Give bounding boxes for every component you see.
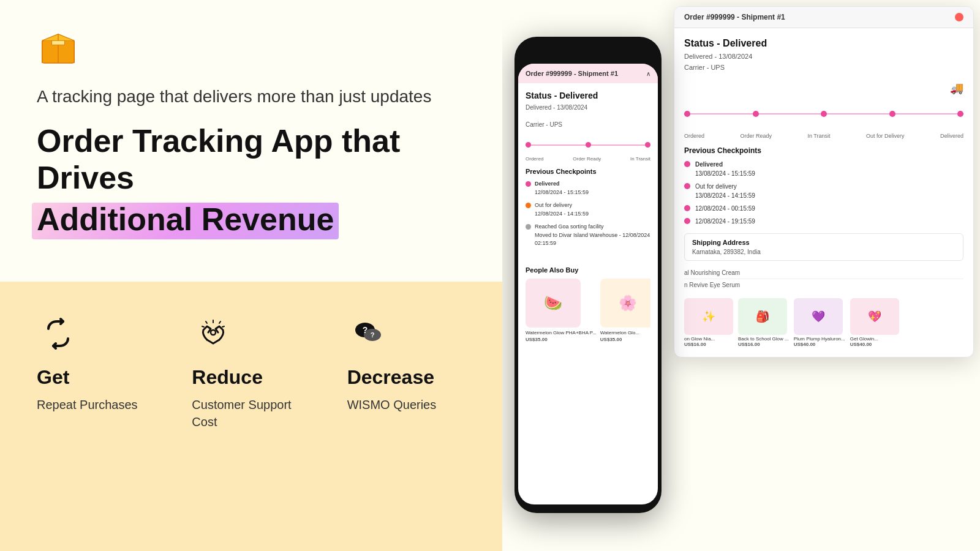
- checkpoint-item-3: 12/08/2024 - 00:15:59: [684, 204, 963, 213]
- bottom-section: Get Repeat Purchases: [0, 282, 502, 551]
- tracking-line: [684, 105, 963, 123]
- pab-grid: 🍉 Watermelon Glow PHA+BHA P... US$35.00 …: [526, 279, 650, 342]
- headline-line2: Additional Revenue: [37, 201, 334, 237]
- mobile-screenshot: Order #999999 - Shipment #1 ∧ Status - D…: [514, 37, 662, 513]
- pab-img-1: 🍉: [526, 279, 581, 328]
- truck-icon: 🚚: [684, 81, 963, 95]
- svg-rect-4: [52, 40, 65, 45]
- mobile-label-ready: Order Ready: [573, 156, 601, 162]
- window-close-button[interactable]: [955, 13, 963, 21]
- checkpoint-text-3: 12/08/2024 - 00:15:59: [695, 204, 755, 213]
- shipping-address-text: Karnataka, 289382, India: [692, 249, 956, 255]
- checkpoint-text-2: Out for delivery13/08/2024 - 14:15:59: [695, 182, 755, 200]
- feature-reduce-noun: Customer Support Cost: [192, 396, 310, 430]
- carousel-price-4: US$40.00: [850, 342, 899, 347]
- mobile-dot-ready: [586, 142, 591, 148]
- mobile-carrier: Carrier - UPS: [526, 120, 650, 130]
- pab-price-1: US$35.00: [526, 337, 597, 342]
- checkpoint-text: Delivered13/08/2024 - 15:15:59: [695, 160, 755, 178]
- headline-line2-wrapper: Additional Revenue: [37, 201, 334, 238]
- shipping-address-box: Shipping Address Karnataka, 289382, Indi…: [684, 233, 963, 261]
- carousel-img-2: 🎒: [738, 298, 787, 335]
- mobile-cp-dot-out: [526, 203, 531, 208]
- question-chat-icon: ? ?: [347, 312, 390, 355]
- checkpoint-item-4: 12/08/2024 - 19:15:59: [684, 217, 963, 226]
- svg-line-7: [206, 321, 207, 323]
- carousel-name-4: Get Glowin...: [850, 336, 899, 342]
- repeat-icon: [37, 312, 80, 355]
- checkpoint-dot-2: [684, 183, 690, 189]
- svg-line-8: [219, 321, 221, 323]
- carousel-item-3: 💜 Plum Plump Hyaluron... US$40.00: [794, 298, 845, 347]
- label-order-ready: Order Ready: [740, 133, 772, 139]
- track-dot-transit: [821, 111, 827, 117]
- label-out-for-delivery: Out for Delivery: [866, 133, 905, 139]
- mobile-dot-transit: [645, 142, 650, 148]
- svg-line-10: [222, 326, 224, 327]
- svg-text:?: ?: [370, 331, 374, 339]
- mobile-status-title: Status - Delivered: [526, 91, 650, 100]
- delivery-date: Delivered - 13/08/2024: [684, 51, 963, 62]
- pab-price-2: US$35.00: [600, 337, 650, 342]
- carousel-name-3: Plum Plump Hyaluron...: [794, 336, 845, 342]
- carousel-name-1: on Glow Nia...: [684, 336, 733, 342]
- feature-get-noun: Repeat Purchases: [37, 396, 138, 413]
- carousel-item-1: ✨ on Glow Nia... US$16.00: [684, 298, 733, 347]
- checkpoint-item-2: Out for delivery13/08/2024 - 14:15:59: [684, 182, 963, 200]
- mobile-cp-text-reached: Reached Goa sorting facility Moved to Di…: [535, 223, 650, 248]
- feature-reduce: Reduce Customer Support Cost: [192, 312, 310, 430]
- feature-decrease-verb: Decrease: [347, 366, 434, 389]
- pab-name-1: Watermelon Glow PHA+BHA P...: [526, 330, 597, 335]
- mobile-track-line: [526, 137, 650, 152]
- order-status-section: Status - Delivered Delivered - 13/08/202…: [684, 38, 963, 73]
- feature-get: Get Repeat Purchases: [37, 312, 155, 413]
- headline: Order Tracking App that Drives Additiona…: [37, 123, 466, 238]
- headline-line1: Order Tracking App that Drives: [37, 123, 466, 197]
- tracking-labels: Ordered Order Ready In Transit Out for D…: [684, 133, 963, 139]
- right-panel: Order #999999 - Shipment #1 Status - Del…: [502, 0, 980, 551]
- svg-point-5: [211, 330, 216, 335]
- mobile-chevron-icon: ∧: [646, 70, 650, 77]
- product-carousel: ✨ on Glow Nia... US$16.00 🎒 Back to Scho…: [684, 298, 963, 347]
- mobile-screen: Order #999999 - Shipment #1 ∧ Status - D…: [518, 64, 658, 504]
- svg-line-9: [202, 326, 204, 327]
- pab-item-2: 🌸 Watermelon Glo... US$35.00: [600, 279, 650, 342]
- mobile-track-labels: Ordered Order Ready In Transit: [526, 156, 650, 162]
- app-logo: [37, 24, 80, 67]
- mobile-cp-reached: Reached Goa sorting facility Moved to Di…: [526, 223, 650, 248]
- window-content: Status - Delivered Delivered - 13/08/202…: [674, 28, 973, 357]
- mobile-label-ordered: Ordered: [526, 156, 543, 162]
- mobile-checkpoints-title: Previous Checkpoints: [526, 168, 650, 175]
- checkpoint-dot-3: [684, 205, 690, 211]
- track-dot-ordered: [684, 111, 690, 117]
- feature-get-verb: Get: [37, 366, 69, 389]
- label-ordered: Ordered: [684, 133, 704, 139]
- mobile-title: Order #999999 - Shipment #1: [526, 70, 618, 77]
- carousel-item-2: 🎒 Back to School Glow ... US$16.00: [738, 298, 789, 347]
- carousel-price-3: US$40.00: [794, 342, 845, 347]
- carousel-price-1: US$16.00: [684, 342, 733, 347]
- desktop-screenshot: Order #999999 - Shipment #1 Status - Del…: [674, 6, 974, 358]
- handshake-icon: [192, 312, 235, 355]
- product-item-1: al Nourishing Cream: [684, 267, 963, 279]
- carousel-price-2: US$16.00: [738, 342, 789, 347]
- checkpoint-item: Delivered13/08/2024 - 15:15:59: [684, 160, 963, 178]
- left-panel: A tracking page that delivers more than …: [0, 0, 502, 551]
- mobile-content: Status - Delivered Delivered - 13/08/202…: [518, 83, 658, 260]
- carousel-img-4: 💖: [850, 298, 899, 335]
- pab-item-1: 🍉 Watermelon Glow PHA+BHA P... US$35.00: [526, 279, 597, 342]
- mobile-cp-dot-reached: [526, 224, 531, 230]
- pab-title: People Also Buy: [526, 266, 650, 274]
- pab-name-2: Watermelon Glo...: [600, 330, 650, 335]
- carousel-img-1: ✨: [684, 298, 733, 335]
- track-dot-delivered: [957, 111, 963, 117]
- carousel-name-2: Back to School Glow ...: [738, 336, 789, 342]
- feature-reduce-verb: Reduce: [192, 366, 263, 389]
- mobile-cp-text-out: Out for delivery12/08/2024 - 14:15:59: [535, 201, 589, 218]
- svg-text:?: ?: [362, 325, 368, 335]
- mobile-notch: [564, 45, 612, 59]
- status-title: Status - Delivered: [684, 38, 963, 49]
- mobile-cp-delivered: Delivered12/08/2024 - 15:15:59: [526, 180, 650, 197]
- carousel-item-4: 💖 Get Glowin... US$40.00: [850, 298, 899, 347]
- tagline: A tracking page that delivers more than …: [37, 86, 466, 108]
